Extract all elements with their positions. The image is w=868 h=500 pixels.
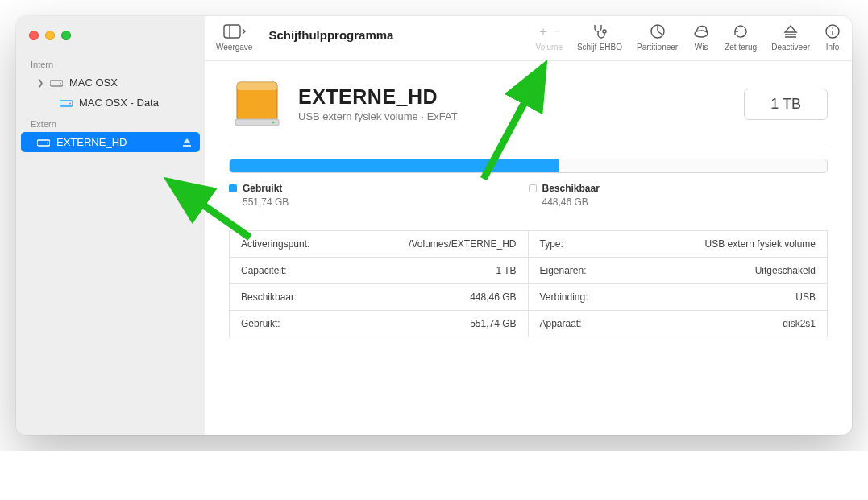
sidebar-item-mac-osx[interactable]: ❯ MAC OSX [21,72,200,93]
swatch-free [529,184,537,192]
zoom-button[interactable] [61,31,71,40]
toolbar-label: Zet terug [725,43,757,52]
info-value: USB [795,291,816,303]
sidebar-item-mac-osx-data[interactable]: MAC OSX - Data [21,93,200,113]
legend-used-value: 551,74 GB [229,196,529,208]
info-cell: Activeringspunt:/Volumes/EXTERNE_HD [230,231,529,258]
toolbar-volume: ＋ − Volume [536,23,563,52]
info-key: Beschikbaar: [241,291,297,303]
plus-minus-icon: ＋ − [537,23,561,40]
unmount-icon [783,23,799,40]
info-key: Type: [540,238,563,250]
info-value: 1 TB [496,265,516,276]
info-icon [824,23,841,40]
info-value: /Volumes/EXTERNE_HD [409,238,516,250]
chevron-right-icon[interactable]: ❯ [37,78,48,87]
info-cell: Beschikbaar:448,46 GB [230,284,529,311]
toolbar-first-aid[interactable]: Schijf-EHBO [577,23,622,52]
toolbar-view[interactable]: Weergave [216,23,252,52]
sidebar-item-label: MAC OSX [69,76,118,89]
app-title: Schijfhulpprogramma [268,28,393,42]
info-cell: Eigenaren:Uitgeschakeld [529,258,828,284]
toolbar-partition[interactable]: Partitioneer [637,23,678,52]
volume-name: EXTERNE_HD [298,85,458,109]
disk-utility-window: Intern ❯ MAC OSX MAC OSX - Data Extern E… [16,16,852,435]
disk-icon [37,138,52,147]
pie-icon [650,23,666,40]
info-key: Activeringspunt: [241,238,309,250]
info-table: Activeringspunt:/Volumes/EXTERNE_HDType:… [229,230,828,337]
svg-point-15 [832,27,833,29]
disk-icon [60,98,74,108]
svg-point-5 [47,142,48,143]
sidebar-item-externe-hd[interactable]: EXTERNE_HD [21,132,200,152]
toolbar-label: Volume [536,43,563,52]
erase-icon [692,23,710,40]
content-area: EXTERNE_HD USB extern fysiek volume · Ex… [205,61,852,435]
sidebar-item-label: MAC OSX - Data [79,97,159,109]
sidebar-section-internal: Intern [16,53,205,72]
info-value: Uitgeschakeld [755,265,816,276]
toolbar-erase[interactable]: Wis [692,23,710,52]
main-panel: Weergave Schijfhulpprogramma ＋ − Volume … [205,16,852,435]
volume-header: EXTERNE_HD USB extern fysiek volume · Ex… [229,76,828,132]
divider [229,147,828,147]
usage-bar [229,159,828,173]
toolbar: Weergave Schijfhulpprogramma ＋ − Volume … [205,16,852,61]
svg-point-9 [603,30,606,33]
svg-rect-6 [183,145,191,147]
legend-used-label: Gebruikt [243,183,282,194]
info-cell: Capaciteit:1 TB [230,258,529,284]
legend-free-label: Beschikbaar [542,183,600,194]
sidebar-view-icon [223,23,246,40]
minimize-button[interactable] [45,31,55,40]
capacity-badge: 1 TB [744,89,828,120]
sidebar-item-label: EXTERNE_HD [56,136,127,148]
usage-bar-used [230,159,559,172]
stethoscope-icon [592,23,608,40]
usage-legend: Gebruikt 551,74 GB Beschikbaar 448,46 GB [229,183,828,208]
disk-icon [50,78,64,88]
svg-rect-17 [237,82,277,90]
restore-icon [733,23,749,40]
info-key: Capaciteit: [241,265,287,276]
toolbar-label: Partitioneer [637,43,678,52]
toolbar-restore[interactable]: Zet terug [725,23,757,52]
info-key: Verbinding: [540,291,588,303]
svg-point-19 [272,121,274,123]
info-value: 448,46 GB [470,291,516,303]
toolbar-label: Wis [695,43,708,52]
info-value: disk2s1 [783,318,816,329]
toolbar-label: Deactiveer [771,43,810,52]
info-key: Apparaat: [540,318,582,329]
toolbar-label: Schijf-EHBO [577,43,622,52]
external-drive-icon [229,76,285,132]
svg-rect-7 [224,25,240,38]
toolbar-unmount[interactable]: Deactiveer [771,23,810,52]
svg-point-3 [69,102,71,104]
toolbar-info[interactable]: Info [824,23,841,52]
swatch-used [229,184,237,192]
sidebar-section-external: Extern [16,113,205,132]
legend-free-value: 448,46 GB [529,196,829,208]
info-key: Gebruikt: [241,318,280,329]
sidebar: Intern ❯ MAC OSX MAC OSX - Data Extern E… [16,16,205,435]
info-cell: Gebruikt:551,74 GB [230,311,529,337]
info-cell: Type:USB extern fysiek volume [529,231,828,258]
info-value: USB extern fysiek volume [705,238,816,250]
svg-point-1 [60,82,61,84]
close-button[interactable] [29,31,39,40]
volume-subtitle: USB extern fysiek volume · ExFAT [298,110,458,122]
info-value: 551,74 GB [470,318,516,329]
info-cell: Verbinding:USB [529,284,828,311]
info-cell: Apparaat:disk2s1 [529,311,828,337]
info-key: Eigenaren: [540,265,587,276]
toolbar-label: Info [826,43,840,52]
window-controls [16,24,205,53]
toolbar-label: Weergave [216,43,252,52]
eject-icon[interactable] [182,138,192,147]
